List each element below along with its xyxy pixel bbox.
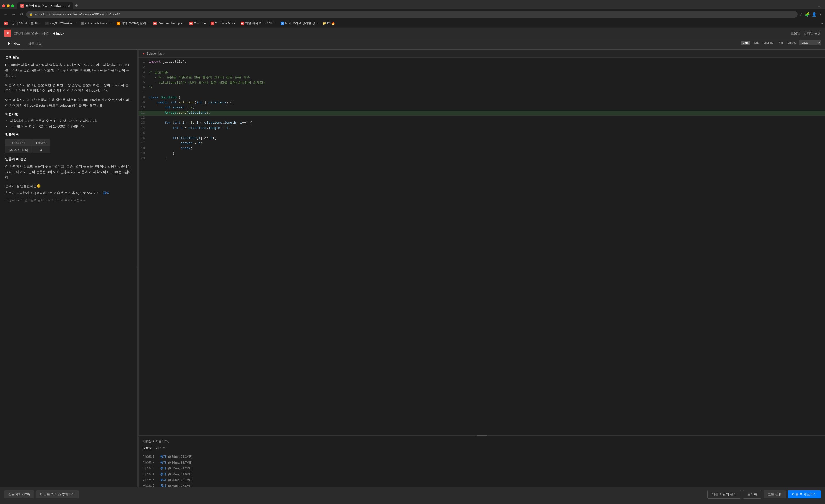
code-line: 13 for (int i = 0; i < citations.length;… [139,121,825,126]
app-container: P 코딩테스트 연습 › 정렬 › H-Index 도움말 컴파일 옵션 H-I… [0,28,825,501]
tab-close-icon[interactable]: × [68,4,70,8]
code-editor[interactable]: 1 import java.util.*; 2 3 /* 알고리즘 4 - h … [139,58,825,435]
notice-text: 2019년 2월 28일 테스트 케이스가 추가되었습니다. [18,198,87,202]
bookmarks-more-button[interactable]: » [821,21,823,25]
lock-icon: 🔒 [29,13,33,16]
bookmark-label: Discover the top s... [158,21,185,25]
bookmark-label: 내가 보려고 정리한 정... [285,21,318,25]
bookmark-item[interactable]: ♪ YouTube Music [209,21,238,26]
theme-light-button[interactable]: light [751,41,760,45]
bookmark-item[interactable]: G Git remote branch... [78,21,114,26]
bookmark-item[interactable]: N 내가 보려고 정리한 정... [279,20,320,26]
resizer-handle [138,267,138,270]
bookmark-item[interactable]: ▶ Discover the top s... [151,21,187,26]
tab-bar: P 코딩테스트 연습 - H-Index | 프... × + ⌄ [0,0,825,9]
test-result-row: 테스트 6 통과 (0.69ms, 75.6MB) [143,483,821,487]
theme-selector: dark light sublime vim emacs Java Python… [741,40,821,45]
address-bar: ← → ↻ 🔒 school.programmers.co.kr/learn/c… [0,9,825,19]
language-select[interactable]: Java Python3 JavaScript C++ [799,40,821,45]
bookmark-label: YouTube [194,21,206,25]
back-button[interactable]: ← [3,11,9,18]
compile-options-link[interactable]: 컴파일 옵션 [804,31,821,35]
test-result-row: 테스트 3 통과 (0.52ms, 71.2MB) [143,465,821,471]
theme-vim-button[interactable]: vim [776,41,784,45]
profile-icon[interactable]: 👤 [812,12,817,17]
url-bar[interactable]: 🔒 school.programmers.co.kr/learn/courses… [26,11,798,17]
breadcrumb-item-current: H-Index [53,31,64,35]
maximize-traffic-light[interactable] [11,4,14,7]
test-results-list: 테스트 1 통과 (0.79ms, 71.3MB) 테스트 2 통과 (0.86… [143,454,821,487]
help-link[interactable]: 도움말 [791,31,800,35]
theme-dark-button[interactable]: dark [741,41,750,45]
problem-desc-1: H-Index는 과학자의 생산성과 영향력을 나타내는 지표입니다. 어느 과… [5,62,132,79]
others-solution-button[interactable]: 다른 사람의 풀이 [707,490,741,499]
extensions-icon[interactable]: 🧩 [805,12,810,17]
breadcrumb-item-sort[interactable]: 정렬 [42,31,49,35]
results-tab-tests[interactable]: 테스트 [156,446,165,451]
bookmark-favicon: ▶ [190,21,193,25]
bookmark-item[interactable]: K 커밋(commit) 날짜... [115,20,151,26]
run-button[interactable]: 코드 실행 [763,490,786,498]
bookmark-label: YouTube Music [215,21,236,25]
traffic-lights [2,4,14,7]
app-logo: P [4,30,11,37]
ask-button[interactable]: 질문하기 (228) [4,490,34,498]
theme-emacs-button[interactable]: emacs [786,41,798,45]
theme-sublime-button[interactable]: sublime [762,41,775,45]
file-icon: ● [143,52,145,55]
reset-button[interactable]: 초기화 [743,490,761,499]
notice-star: ※ [5,198,9,202]
add-test-button[interactable]: 테스트 케이스 추가하기 [36,490,79,498]
code-line: 17 answer = h; [139,141,825,146]
bookmark-item[interactable]: ▶ 채널 대시보드 - YouT... [238,20,278,26]
problem-desc-3: 어떤 과학자가 발표한 논문의 인용 횟수를 담은 배열 citations가 … [5,97,132,108]
forward-button[interactable]: → [11,11,17,18]
example-explain-title: 입출력 예 설명 [5,157,132,161]
bookmark-favicon: ♪ [211,21,214,25]
code-line: 1 import java.util.*; [139,60,825,65]
address-icons: ☆ 🧩 👤 ⋮ [800,12,822,17]
bookmark-item[interactable]: P 코딩테스트 대비를 위... [2,20,43,26]
code-line: 16 if(citations[i] >= h){ [139,136,825,141]
new-tab-button[interactable]: + [74,3,79,8]
breadcrumb-item-courses[interactable]: 코딩테스트 연습 [14,31,38,35]
reload-button[interactable]: ↻ [19,11,24,18]
bookmark-label: tony9402/baekjoo... [50,21,76,25]
bookmark-icon[interactable]: ☆ [800,12,803,17]
notice-prefix: 공지 - [9,198,18,202]
menu-icon[interactable]: ⋮ [819,12,822,17]
example-cell-return: 3 [32,146,50,153]
bookmark-folder[interactable]: 📁 DS🔥 [320,21,337,26]
problem-fun: 문제가 잘 안풀린다면😊 [5,184,132,189]
problem-notice: ※ 공지 - 2019년 2월 28일 테스트 케이스가 추가되었습니다. [5,198,132,203]
code-line: 3 /* 알고리즘 [139,70,825,75]
example-title: 입출력 예 [5,132,132,137]
code-line: 9 public int solution(int[] citations) { [139,100,825,105]
submit-button[interactable]: 제출 후 채점하기 [788,490,821,498]
code-line: 8 class Solution { [139,95,825,100]
example-explain: 이 과학자가 발표한 논문의 수는 5편이고, 그중 3편의 논문은 3회 이상… [5,164,132,181]
results-start-label: 채점을 시작합니다. [143,439,821,444]
tab-h-index[interactable]: H-Index [4,39,24,49]
code-line: 2 [139,65,825,70]
active-tab[interactable]: P 코딩테스트 연습 - H-Index | 프... × [17,2,73,9]
content-tabs: H-Index 제출 내역 [0,39,825,50]
tab-submissions[interactable]: 제출 내역 [24,39,46,49]
code-line: 14 int h = citations.length - i; [139,126,825,131]
section-title-problem: 문제 설명 [5,55,132,60]
minimize-traffic-light[interactable] [7,4,10,7]
example-col-citations: citations [5,139,32,146]
results-tab-accuracy[interactable]: 정확성 [143,446,152,451]
app-header: P 코딩테스트 연습 › 정렬 › H-Index 도움말 컴파일 옵션 [0,28,825,39]
tabs-row: H-Index 제출 내역 dark light sublime vim ema… [0,39,825,50]
bookmark-label: DS🔥 [327,21,335,25]
problem-hint: 힌트가 필요한가요? [코딩테스트 연습 힌트 모음집]으로 오세요! → 클릭 [5,191,132,195]
problem-desc-2: 어떤 과학자가 발표한 논문 n 편 중, h 번 이상 인용된 논문이 h 편… [5,82,132,93]
breadcrumb-separator: › [40,31,41,35]
hint-link[interactable]: 클릭 [103,191,109,195]
tab-overflow-button[interactable]: ⌄ [816,2,823,9]
bookmark-favicon: G [80,21,84,25]
bookmark-item[interactable]: G tony9402/baekjoo... [43,21,78,26]
close-traffic-light[interactable] [2,4,5,7]
bookmark-item[interactable]: ▶ YouTube [188,21,208,26]
